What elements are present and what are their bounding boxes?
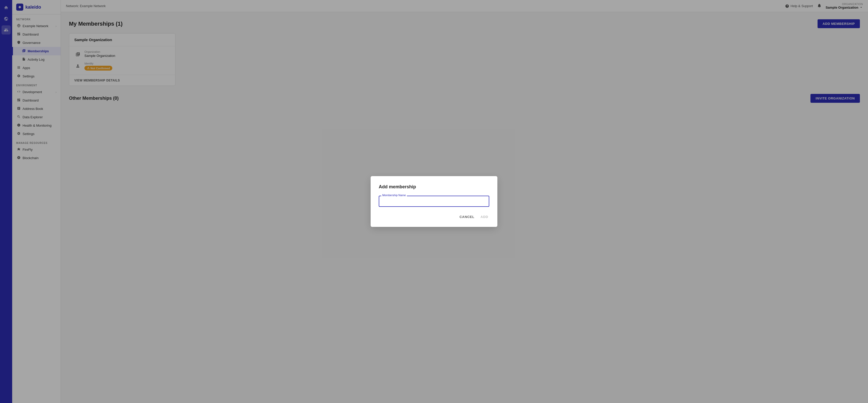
add-membership-modal: Add membership Membership Name CANCEL AD…: [371, 176, 497, 227]
add-button[interactable]: ADD: [479, 213, 489, 221]
modal-actions: CANCEL ADD: [379, 213, 489, 221]
modal-title: Add membership: [379, 184, 489, 190]
membership-name-input[interactable]: [379, 196, 489, 207]
membership-name-field: Membership Name: [379, 196, 489, 207]
membership-name-label: Membership Name: [381, 194, 407, 197]
modal-overlay[interactable]: Add membership Membership Name CANCEL AD…: [0, 0, 868, 403]
cancel-button[interactable]: CANCEL: [459, 213, 475, 221]
